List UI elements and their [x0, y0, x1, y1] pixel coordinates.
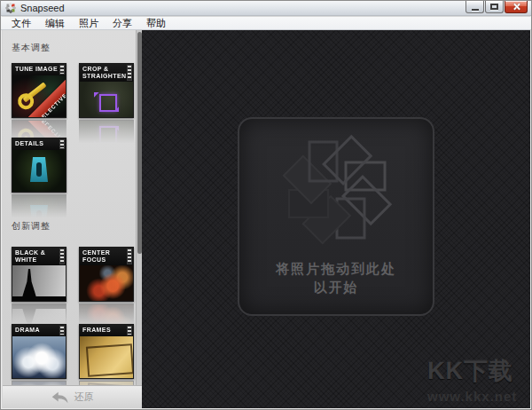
- menu-edit[interactable]: 编辑: [38, 17, 72, 30]
- tile-label: FRAMES: [82, 327, 125, 334]
- minimize-icon: [472, 9, 479, 11]
- filter-tile-frames[interactable]: FRAMES: [79, 324, 134, 379]
- frame-line: [86, 343, 133, 377]
- snapseed-window: Snapseed 文件 编辑 照片 分享 帮助 基本调整 TUNE IMAGE: [0, 0, 532, 410]
- menu-help[interactable]: 帮助: [139, 17, 173, 30]
- tile-label: CENTER FOCUS: [82, 249, 125, 264]
- menu-photo[interactable]: 照片: [72, 17, 106, 30]
- filter-tile-drama[interactable]: DRAMA: [12, 324, 66, 379]
- close-button[interactable]: [505, 1, 528, 13]
- section-creative-adjustments: 创新调整: [12, 220, 51, 233]
- tile-art: [12, 265, 66, 301]
- revert-label: 还原: [74, 390, 94, 404]
- tile-header: DETAILS: [12, 138, 66, 150]
- photo-canvas: 将照片拖动到此处 以开始 KK下载 www.kkx.net: [142, 30, 530, 408]
- filter-tile-tune-image[interactable]: TUNE IMAGE SELECTIVE: [12, 63, 66, 118]
- tile-header: CENTER FOCUS: [80, 248, 133, 265]
- tile-art: SELECTIVE: [12, 75, 66, 117]
- tile-label: CROP & STRAIGHTEN: [82, 66, 125, 80]
- window-controls: [466, 1, 528, 13]
- tile-label: BLACK & WHITE: [15, 249, 58, 264]
- tile-art: [12, 336, 66, 378]
- drop-hint-line2: 以开始: [239, 278, 433, 296]
- tile-label: TUNE IMAGE: [15, 66, 58, 73]
- tile-header: FRAMES: [80, 325, 133, 336]
- tile-header: BLACK & WHITE: [12, 248, 66, 265]
- filter-tile-black-white[interactable]: BLACK & WHITE: [12, 247, 66, 302]
- maximize-button[interactable]: [485, 1, 504, 13]
- tile-label: DRAMA: [15, 327, 58, 334]
- drop-hint: 将照片拖动到此处 以开始: [239, 259, 433, 296]
- maximize-icon: [490, 4, 498, 10]
- ground-silhouette: [12, 296, 66, 301]
- filmstrip-icon: [59, 248, 65, 264]
- section-basic-adjustments: 基本调整: [12, 42, 51, 54]
- snapseed-pinwheel-logo: [262, 133, 411, 252]
- filter-tile-details[interactable]: DETAILS: [12, 138, 66, 193]
- tile-art: [80, 82, 133, 117]
- app-icon: [5, 3, 16, 13]
- tile-label: DETAILS: [15, 140, 58, 147]
- menu-share[interactable]: 分享: [106, 17, 139, 30]
- watermark-url: www.kkx.net: [427, 389, 530, 404]
- content-area: 基本调整 TUNE IMAGE SELECTIVE CROP & STRAIGH…: [1, 30, 532, 410]
- filmstrip-icon: [59, 326, 65, 335]
- menu-bar: 文件 编辑 照片 分享 帮助: [1, 17, 532, 30]
- wrench-icon: [22, 82, 46, 102]
- filmstrip-icon: [127, 65, 132, 81]
- minimize-button[interactable]: [466, 1, 484, 13]
- filter-tile-crop-straighten[interactable]: CROP & STRAIGHTEN: [79, 63, 134, 118]
- watermark: KK下载 www.kkx.net: [427, 355, 530, 404]
- filmstrip-icon: [59, 65, 65, 75]
- drop-hint-line1: 将照片拖动到此处: [239, 259, 433, 278]
- tile-art: [80, 336, 133, 378]
- watermark-title: KK下载: [427, 355, 530, 387]
- crop-arrow-icon: [89, 87, 98, 97]
- filter-sidebar: 基本调整 TUNE IMAGE SELECTIVE CROP & STRAIGH…: [3, 30, 136, 385]
- title-bar: Snapseed: [1, 1, 532, 16]
- filmstrip-icon: [127, 326, 132, 335]
- ribbon-label: SELECTIVE: [38, 92, 66, 117]
- menu-file[interactable]: 文件: [4, 17, 38, 30]
- drop-zone[interactable]: 将照片拖动到此处 以开始: [238, 117, 434, 316]
- tile-header: TUNE IMAGE: [12, 64, 66, 75]
- sidebar-scrollbar[interactable]: [136, 30, 142, 385]
- window-title: Snapseed: [20, 3, 65, 13]
- sharpener-icon: [30, 157, 48, 182]
- revert-bar[interactable]: 还原: [3, 385, 142, 408]
- tile-art: [80, 265, 133, 301]
- tile-header: CROP & STRAIGHTEN: [80, 64, 133, 82]
- crop-icon: [99, 94, 117, 112]
- undo-arrow-icon: [51, 391, 69, 404]
- filter-tile-center-focus[interactable]: CENTER FOCUS: [79, 247, 134, 302]
- tile-art: [12, 150, 66, 192]
- filmstrip-icon: [59, 139, 65, 149]
- close-icon: [512, 3, 520, 11]
- tile-header: DRAMA: [12, 325, 66, 336]
- filmstrip-icon: [127, 248, 132, 264]
